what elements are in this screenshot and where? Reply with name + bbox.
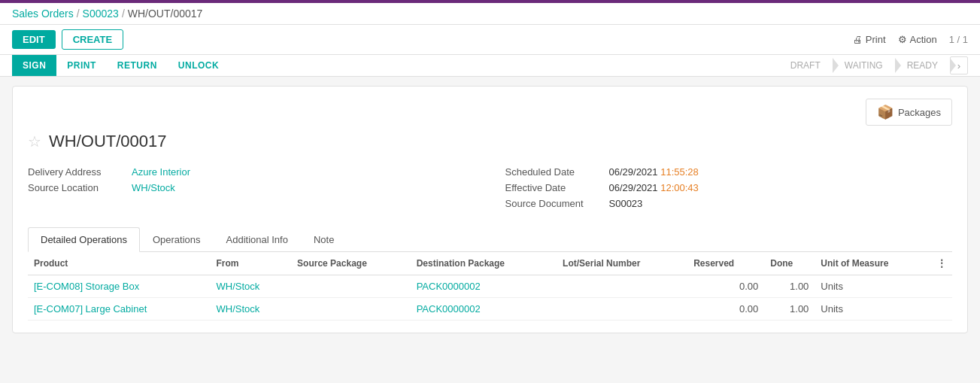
packages-area: 📦 Packages <box>28 99 952 126</box>
col-uom: Unit of Measure <box>815 252 931 275</box>
tab-detailed-operations[interactable]: Detailed Operations <box>28 227 140 252</box>
cell-lot-serial <box>557 275 687 298</box>
action-button[interactable]: ⚙ Action <box>898 34 937 45</box>
cell-source-package <box>291 275 411 298</box>
cell-done: 1.00 <box>764 298 815 321</box>
col-product: Product <box>28 252 210 275</box>
document-card: 📦 Packages ☆ WH/OUT/00017 Delivery Addre… <box>12 86 968 333</box>
breadcrumb-sep-2: / <box>122 8 125 20</box>
col-from: From <box>210 252 291 275</box>
source-location-value[interactable]: WH/Stock <box>132 182 175 193</box>
return-button[interactable]: RETURN <box>107 55 168 76</box>
delivery-address-label: Delivery Address <box>28 166 126 178</box>
effective-date-label: Effective Date <box>505 182 603 193</box>
left-fields: Delivery Address Azure Interior Source L… <box>28 166 475 209</box>
cell-from: WH/Stock <box>210 275 291 298</box>
unlock-button[interactable]: UNLOCK <box>168 55 229 76</box>
fields-grid: Delivery Address Azure Interior Source L… <box>28 166 952 209</box>
status-draft: DRAFT <box>778 55 833 76</box>
breadcrumb-sales-orders[interactable]: Sales Orders <box>12 8 74 20</box>
effective-date-time: 12:00:43 <box>660 182 699 193</box>
cell-reserved: 0.00 <box>687 298 764 321</box>
action-label: Action <box>910 34 937 45</box>
edit-button[interactable]: EDIT <box>12 30 56 49</box>
print-button[interactable]: 🖨 Print <box>853 34 886 45</box>
cell-destination-package: PACK0000002 <box>411 298 557 321</box>
effective-date-value: 06/29/2021 12:00:43 <box>609 182 699 193</box>
tab-additional-info[interactable]: Additional Info <box>214 227 301 251</box>
cell-product: [E-COM07] Large Cabinet <box>28 298 210 321</box>
favorite-icon[interactable]: ☆ <box>28 132 41 150</box>
effective-date-row: Effective Date 06/29/2021 12:00:43 <box>505 182 953 193</box>
create-button[interactable]: CREATE <box>62 29 123 50</box>
source-document-label: Source Document <box>505 198 603 209</box>
cell-uom: Units <box>815 298 931 321</box>
source-location-row: Source Location WH/Stock <box>28 182 475 193</box>
packages-icon: 📦 <box>877 104 894 120</box>
effective-date-date: 06/29/2021 <box>609 182 658 193</box>
secondary-toolbar: SIGN PRINT RETURN UNLOCK DRAFT WAITING R… <box>0 55 980 77</box>
cell-options[interactable] <box>931 298 952 321</box>
cell-source-package <box>291 298 411 321</box>
breadcrumb-current: WH/OUT/00017 <box>128 8 203 20</box>
print-label: Print <box>866 34 886 45</box>
tab-operations[interactable]: Operations <box>140 227 214 251</box>
cell-reserved: 0.00 <box>687 275 764 298</box>
cell-from: WH/Stock <box>210 298 291 321</box>
tab-note[interactable]: Note <box>301 227 347 251</box>
col-destination-package: Destination Package <box>411 252 557 275</box>
right-fields: Scheduled Date 06/29/2021 11:55:28 Effec… <box>505 166 953 209</box>
scheduled-date-time: 11:55:28 <box>660 166 699 178</box>
col-options-header[interactable]: ⋮ <box>931 252 952 275</box>
table-row: [E-COM07] Large CabinetWH/StockPACK00000… <box>28 298 952 321</box>
tabs-row: Detailed Operations Operations Additiona… <box>28 227 952 252</box>
packages-label: Packages <box>898 107 941 118</box>
cell-done: 1.00 <box>764 275 815 298</box>
document-title: WH/OUT/00017 <box>49 132 167 151</box>
col-source-package: Source Package <box>291 252 411 275</box>
col-lot-serial: Lot/Serial Number <box>557 252 687 275</box>
gear-icon: ⚙ <box>898 34 907 45</box>
document-title-row: ☆ WH/OUT/00017 <box>28 132 952 151</box>
scheduled-date-value: 06/29/2021 11:55:28 <box>609 166 699 178</box>
table-header-row: Product From Source Package Destination … <box>28 252 952 275</box>
source-document-value: S00023 <box>609 198 643 209</box>
delivery-address-row: Delivery Address Azure Interior <box>28 166 475 178</box>
source-location-label: Source Location <box>28 182 126 193</box>
table-row: [E-COM08] Storage BoxWH/StockPACK0000002… <box>28 275 952 298</box>
cell-destination-package: PACK0000002 <box>411 275 557 298</box>
sign-button[interactable]: SIGN <box>12 55 56 76</box>
scheduled-date-date: 06/29/2021 <box>609 166 658 178</box>
col-reserved: Reserved <box>687 252 764 275</box>
breadcrumb: Sales Orders / S00023 / WH/OUT/00017 <box>0 3 980 25</box>
breadcrumb-s00023[interactable]: S00023 <box>83 8 119 20</box>
status-waiting: WAITING <box>833 55 895 76</box>
cell-lot-serial <box>557 298 687 321</box>
scheduled-date-row: Scheduled Date 06/29/2021 11:55:28 <box>505 166 953 178</box>
breadcrumb-sep-1: / <box>77 8 80 20</box>
delivery-address-value[interactable]: Azure Interior <box>132 166 190 178</box>
scheduled-date-label: Scheduled Date <box>505 166 603 178</box>
page-counter: 1 / 1 <box>949 34 968 45</box>
action-bar: EDIT CREATE 🖨 Print ⚙ Action 1 / 1 <box>0 25 980 55</box>
cell-options[interactable] <box>931 275 952 298</box>
status-ready: READY <box>895 55 950 76</box>
operations-table: Product From Source Package Destination … <box>28 252 952 321</box>
col-done: Done <box>764 252 815 275</box>
action-bar-right: 🖨 Print ⚙ Action 1 / 1 <box>853 34 968 45</box>
cell-product: [E-COM08] Storage Box <box>28 275 210 298</box>
cell-uom: Units <box>815 275 931 298</box>
source-document-row: Source Document S00023 <box>505 198 953 209</box>
main-content: 📦 Packages ☆ WH/OUT/00017 Delivery Addre… <box>0 77 980 342</box>
status-bar: DRAFT WAITING READY › <box>778 55 968 76</box>
print-toolbar-button[interactable]: PRINT <box>56 55 107 76</box>
packages-button[interactable]: 📦 Packages <box>866 99 952 126</box>
print-icon: 🖨 <box>853 34 863 45</box>
